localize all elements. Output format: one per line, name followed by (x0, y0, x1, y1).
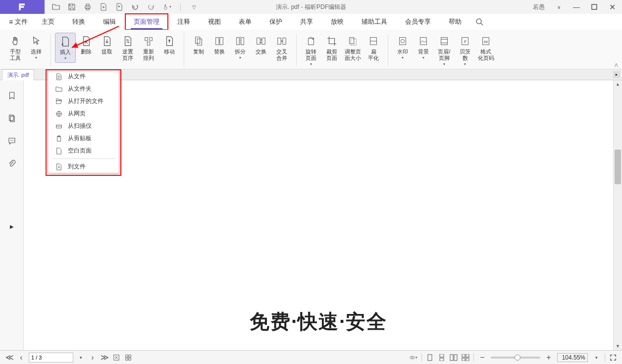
ribbon: 手型 工具 选择 ▾ 插入 ▾ 删除 提取 逆置 页序 重新 排列 (0, 30, 622, 69)
page-input[interactable] (29, 353, 73, 363)
zoom-dropdown-icon[interactable]: ▾ (592, 353, 601, 362)
svg-rect-22 (400, 38, 406, 45)
qat-separator (180, 3, 181, 11)
swap-button[interactable]: 交换 (251, 33, 271, 57)
scroll-up-icon[interactable]: ▲ (614, 80, 622, 88)
tabstrip-scroll-icon[interactable]: ▸ (613, 71, 620, 78)
tab-view[interactable]: 视图 (199, 13, 230, 30)
save-icon[interactable] (67, 2, 76, 11)
maximize-button[interactable] (588, 1, 600, 13)
rotate-button[interactable]: 旋转 页面▾ (301, 33, 321, 68)
tab-protect[interactable]: 保护 (260, 13, 291, 30)
user-dropdown-icon[interactable]: ∨ (553, 1, 565, 13)
last-page-icon[interactable]: ≫ (100, 353, 109, 362)
zoom-out-icon[interactable]: − (478, 353, 487, 362)
single-page-icon[interactable] (426, 354, 434, 362)
dropdown-blank-page[interactable]: 空白页面 (48, 145, 119, 157)
replace-button[interactable]: 替换 (209, 33, 230, 57)
tab-help[interactable]: 帮助 (440, 13, 470, 30)
page-export-icon[interactable] (115, 2, 124, 11)
user-name[interactable]: 若愚 (533, 3, 545, 11)
dropdown-from-scanner[interactable]: 从扫描仪 (48, 120, 119, 132)
tab-convert[interactable]: 转换 (63, 13, 94, 30)
sidebar-expand-icon[interactable]: ▶ (6, 221, 17, 232)
svg-rect-1 (86, 4, 89, 6)
header-footer-button[interactable]: 页眉/ 页脚▾ (434, 33, 455, 68)
page-thumbnails-icon[interactable] (124, 353, 133, 362)
resize-button[interactable]: 调整页 面大小 (342, 33, 363, 63)
tab-share[interactable]: 共享 (291, 13, 322, 30)
scroll-thumb[interactable] (615, 150, 621, 184)
delete-button[interactable]: 删除 (76, 33, 97, 57)
two-page-icon[interactable] (450, 354, 458, 362)
tab-present[interactable]: 放映 (322, 13, 353, 30)
close-button[interactable]: ✕ (606, 1, 618, 13)
touch-icon[interactable]: ▾ (162, 2, 171, 11)
zoom-slider[interactable] (491, 357, 540, 359)
tab-annotate[interactable]: 注释 (168, 13, 199, 30)
hand-tool-button[interactable]: 手型 工具 (5, 33, 26, 63)
dropdown-from-web[interactable]: 从网页 (48, 107, 119, 120)
tab-home[interactable]: 主页 (33, 13, 63, 30)
merge-button[interactable]: 交叉 合并 (271, 33, 292, 63)
zoom-value[interactable]: 104.55% (557, 353, 588, 362)
tab-page-manage[interactable]: 页面管理 (125, 13, 168, 30)
next-page-icon[interactable]: › (88, 353, 97, 362)
chevron-down-icon: ▾ (35, 55, 37, 60)
svg-rect-12 (237, 38, 240, 45)
qat-customize-icon[interactable]: ▽ (190, 2, 199, 11)
rearrange-button[interactable]: 重新 排列 (138, 33, 159, 63)
extract-button[interactable]: 提取 (97, 33, 117, 57)
file-menu[interactable]: ≡ 文件 (4, 17, 33, 26)
minimize-button[interactable]: — (570, 1, 582, 13)
dropdown-to-file[interactable]: 到文件 (48, 160, 119, 173)
continuous-icon[interactable] (438, 354, 446, 362)
vertical-scrollbar[interactable]: ▲ ▼ (613, 80, 622, 350)
scanner-icon (55, 122, 63, 130)
crop-button[interactable]: 裁剪 页面 (321, 33, 342, 63)
document-tab[interactable]: 演示. pdf (2, 69, 34, 80)
dropdown-from-file[interactable]: 从文件 (48, 70, 119, 83)
two-continuous-icon[interactable] (462, 354, 469, 362)
tab-form[interactable]: 表单 (230, 13, 260, 30)
move-button[interactable]: 移动 (159, 33, 180, 57)
tab-edit[interactable]: 编辑 (94, 13, 125, 30)
background-button[interactable]: 背景▾ (413, 33, 434, 62)
prev-page-icon[interactable]: ‹ (17, 353, 26, 362)
window-title: 演示. pdf - 福昕PDF编辑器 (276, 3, 346, 11)
bookmark-icon[interactable] (6, 90, 17, 101)
read-mode-icon[interactable]: ▾ (410, 354, 417, 362)
tab-member[interactable]: 会员专享 (396, 13, 440, 30)
comment-icon[interactable] (6, 136, 17, 147)
print-icon[interactable] (83, 2, 92, 11)
dropdown-from-clipboard[interactable]: 从剪贴板 (48, 132, 119, 145)
duplicate-button[interactable]: 复制 (188, 33, 209, 57)
scroll-down-icon[interactable]: ▼ (614, 342, 622, 350)
zoom-in-icon[interactable]: + (544, 353, 553, 362)
reverse-button[interactable]: 逆置 页序 (117, 33, 138, 63)
dropdown-from-open[interactable]: 从打开的文件 (48, 95, 119, 107)
undo-icon[interactable] (131, 2, 140, 11)
ribbon-collapse-icon[interactable]: ᐱ (615, 62, 618, 68)
duplicate-icon (192, 35, 205, 48)
format-number-button[interactable]: ##格式 化页码 (475, 33, 496, 63)
select-button[interactable]: 选择 ▾ (26, 33, 47, 62)
insert-button[interactable]: 插入 ▾ (55, 33, 76, 63)
search-icon[interactable] (474, 17, 484, 27)
split-button[interactable]: 拆分▾ (230, 33, 251, 62)
first-page-icon[interactable]: ≪ (5, 353, 14, 362)
redo-icon[interactable] (147, 2, 156, 11)
fullscreen-icon[interactable] (609, 354, 617, 362)
flatten-button[interactable]: 扁 平化 (363, 33, 384, 63)
zoom-slider-knob[interactable] (515, 355, 520, 361)
bates-button[interactable]: #贝茨 数▾ (455, 33, 475, 68)
attachment-icon[interactable] (6, 158, 17, 169)
page-fit-icon[interactable] (112, 353, 121, 362)
watermark-button[interactable]: 水印▾ (392, 33, 413, 62)
page-dropdown-icon[interactable]: ▾ (76, 353, 85, 362)
page-add-icon[interactable] (99, 2, 108, 11)
pages-icon[interactable] (6, 113, 17, 124)
open-icon[interactable] (52, 2, 60, 11)
dropdown-from-folder[interactable]: 从文件夹 (48, 83, 119, 95)
tab-tools[interactable]: 辅助工具 (353, 13, 396, 30)
